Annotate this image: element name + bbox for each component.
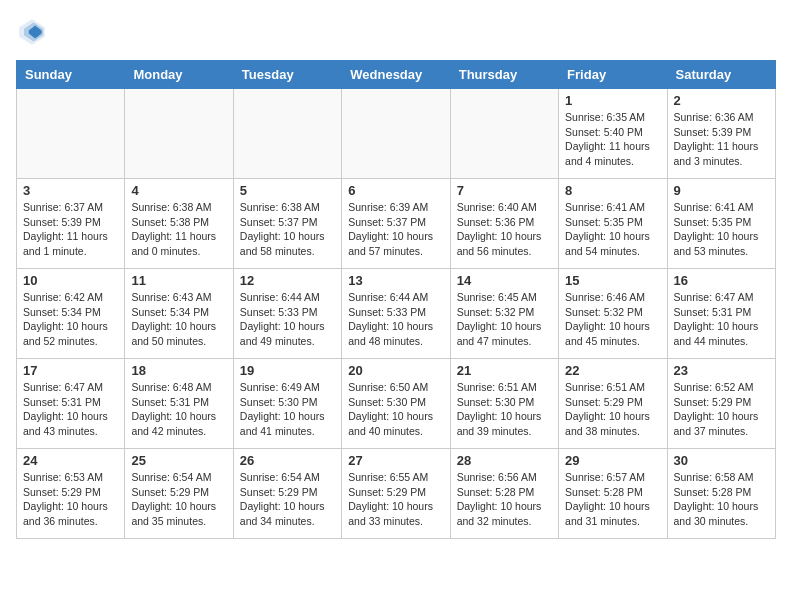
day-info: Sunrise: 6:37 AM Sunset: 5:39 PM Dayligh… (23, 200, 118, 259)
day-info: Sunrise: 6:47 AM Sunset: 5:31 PM Dayligh… (674, 290, 769, 349)
day-info: Sunrise: 6:52 AM Sunset: 5:29 PM Dayligh… (674, 380, 769, 439)
calendar-week-row: 24Sunrise: 6:53 AM Sunset: 5:29 PM Dayli… (17, 449, 776, 539)
calendar-header-friday: Friday (559, 61, 667, 89)
day-number: 10 (23, 273, 118, 288)
day-number: 29 (565, 453, 660, 468)
day-number: 5 (240, 183, 335, 198)
day-info: Sunrise: 6:49 AM Sunset: 5:30 PM Dayligh… (240, 380, 335, 439)
calendar-cell (17, 89, 125, 179)
day-info: Sunrise: 6:51 AM Sunset: 5:29 PM Dayligh… (565, 380, 660, 439)
day-number: 25 (131, 453, 226, 468)
day-number: 15 (565, 273, 660, 288)
day-number: 19 (240, 363, 335, 378)
calendar-cell: 17Sunrise: 6:47 AM Sunset: 5:31 PM Dayli… (17, 359, 125, 449)
calendar-week-row: 3Sunrise: 6:37 AM Sunset: 5:39 PM Daylig… (17, 179, 776, 269)
calendar-header-thursday: Thursday (450, 61, 558, 89)
day-info: Sunrise: 6:47 AM Sunset: 5:31 PM Dayligh… (23, 380, 118, 439)
calendar-cell: 27Sunrise: 6:55 AM Sunset: 5:29 PM Dayli… (342, 449, 450, 539)
calendar-week-row: 10Sunrise: 6:42 AM Sunset: 5:34 PM Dayli… (17, 269, 776, 359)
calendar-cell: 3Sunrise: 6:37 AM Sunset: 5:39 PM Daylig… (17, 179, 125, 269)
day-info: Sunrise: 6:51 AM Sunset: 5:30 PM Dayligh… (457, 380, 552, 439)
calendar-cell: 7Sunrise: 6:40 AM Sunset: 5:36 PM Daylig… (450, 179, 558, 269)
calendar-cell: 4Sunrise: 6:38 AM Sunset: 5:38 PM Daylig… (125, 179, 233, 269)
calendar-week-row: 1Sunrise: 6:35 AM Sunset: 5:40 PM Daylig… (17, 89, 776, 179)
day-number: 24 (23, 453, 118, 468)
day-info: Sunrise: 6:43 AM Sunset: 5:34 PM Dayligh… (131, 290, 226, 349)
day-info: Sunrise: 6:39 AM Sunset: 5:37 PM Dayligh… (348, 200, 443, 259)
calendar-cell: 23Sunrise: 6:52 AM Sunset: 5:29 PM Dayli… (667, 359, 775, 449)
day-number: 6 (348, 183, 443, 198)
calendar-cell: 15Sunrise: 6:46 AM Sunset: 5:32 PM Dayli… (559, 269, 667, 359)
calendar-cell: 21Sunrise: 6:51 AM Sunset: 5:30 PM Dayli… (450, 359, 558, 449)
day-info: Sunrise: 6:41 AM Sunset: 5:35 PM Dayligh… (674, 200, 769, 259)
calendar-cell: 30Sunrise: 6:58 AM Sunset: 5:28 PM Dayli… (667, 449, 775, 539)
day-info: Sunrise: 6:38 AM Sunset: 5:37 PM Dayligh… (240, 200, 335, 259)
day-number: 21 (457, 363, 552, 378)
day-info: Sunrise: 6:55 AM Sunset: 5:29 PM Dayligh… (348, 470, 443, 529)
day-number: 8 (565, 183, 660, 198)
day-info: Sunrise: 6:56 AM Sunset: 5:28 PM Dayligh… (457, 470, 552, 529)
day-info: Sunrise: 6:35 AM Sunset: 5:40 PM Dayligh… (565, 110, 660, 169)
day-number: 7 (457, 183, 552, 198)
calendar-cell: 20Sunrise: 6:50 AM Sunset: 5:30 PM Dayli… (342, 359, 450, 449)
day-info: Sunrise: 6:45 AM Sunset: 5:32 PM Dayligh… (457, 290, 552, 349)
day-info: Sunrise: 6:54 AM Sunset: 5:29 PM Dayligh… (131, 470, 226, 529)
day-number: 9 (674, 183, 769, 198)
day-number: 11 (131, 273, 226, 288)
calendar-cell: 1Sunrise: 6:35 AM Sunset: 5:40 PM Daylig… (559, 89, 667, 179)
page-header (16, 16, 776, 48)
day-number: 30 (674, 453, 769, 468)
calendar-cell: 22Sunrise: 6:51 AM Sunset: 5:29 PM Dayli… (559, 359, 667, 449)
calendar-header-wednesday: Wednesday (342, 61, 450, 89)
day-info: Sunrise: 6:57 AM Sunset: 5:28 PM Dayligh… (565, 470, 660, 529)
calendar-header-row: SundayMondayTuesdayWednesdayThursdayFrid… (17, 61, 776, 89)
day-info: Sunrise: 6:41 AM Sunset: 5:35 PM Dayligh… (565, 200, 660, 259)
calendar-week-row: 17Sunrise: 6:47 AM Sunset: 5:31 PM Dayli… (17, 359, 776, 449)
day-info: Sunrise: 6:38 AM Sunset: 5:38 PM Dayligh… (131, 200, 226, 259)
calendar-header-sunday: Sunday (17, 61, 125, 89)
day-number: 28 (457, 453, 552, 468)
calendar-cell: 5Sunrise: 6:38 AM Sunset: 5:37 PM Daylig… (233, 179, 341, 269)
calendar-cell: 11Sunrise: 6:43 AM Sunset: 5:34 PM Dayli… (125, 269, 233, 359)
day-number: 12 (240, 273, 335, 288)
calendar-table: SundayMondayTuesdayWednesdayThursdayFrid… (16, 60, 776, 539)
day-number: 22 (565, 363, 660, 378)
calendar-header-monday: Monday (125, 61, 233, 89)
day-info: Sunrise: 6:44 AM Sunset: 5:33 PM Dayligh… (348, 290, 443, 349)
calendar-cell (125, 89, 233, 179)
calendar-cell (233, 89, 341, 179)
day-number: 13 (348, 273, 443, 288)
day-number: 2 (674, 93, 769, 108)
logo (16, 16, 52, 48)
calendar-cell: 18Sunrise: 6:48 AM Sunset: 5:31 PM Dayli… (125, 359, 233, 449)
day-info: Sunrise: 6:58 AM Sunset: 5:28 PM Dayligh… (674, 470, 769, 529)
calendar-cell: 9Sunrise: 6:41 AM Sunset: 5:35 PM Daylig… (667, 179, 775, 269)
calendar-cell: 28Sunrise: 6:56 AM Sunset: 5:28 PM Dayli… (450, 449, 558, 539)
calendar-cell: 26Sunrise: 6:54 AM Sunset: 5:29 PM Dayli… (233, 449, 341, 539)
day-info: Sunrise: 6:48 AM Sunset: 5:31 PM Dayligh… (131, 380, 226, 439)
day-number: 20 (348, 363, 443, 378)
calendar-header-tuesday: Tuesday (233, 61, 341, 89)
logo-icon (16, 16, 48, 48)
day-info: Sunrise: 6:40 AM Sunset: 5:36 PM Dayligh… (457, 200, 552, 259)
day-info: Sunrise: 6:42 AM Sunset: 5:34 PM Dayligh… (23, 290, 118, 349)
day-number: 17 (23, 363, 118, 378)
calendar-cell: 14Sunrise: 6:45 AM Sunset: 5:32 PM Dayli… (450, 269, 558, 359)
day-info: Sunrise: 6:36 AM Sunset: 5:39 PM Dayligh… (674, 110, 769, 169)
day-number: 1 (565, 93, 660, 108)
day-info: Sunrise: 6:46 AM Sunset: 5:32 PM Dayligh… (565, 290, 660, 349)
calendar-cell: 19Sunrise: 6:49 AM Sunset: 5:30 PM Dayli… (233, 359, 341, 449)
day-info: Sunrise: 6:44 AM Sunset: 5:33 PM Dayligh… (240, 290, 335, 349)
day-number: 14 (457, 273, 552, 288)
day-info: Sunrise: 6:53 AM Sunset: 5:29 PM Dayligh… (23, 470, 118, 529)
calendar-cell: 16Sunrise: 6:47 AM Sunset: 5:31 PM Dayli… (667, 269, 775, 359)
calendar-cell: 25Sunrise: 6:54 AM Sunset: 5:29 PM Dayli… (125, 449, 233, 539)
calendar-cell: 12Sunrise: 6:44 AM Sunset: 5:33 PM Dayli… (233, 269, 341, 359)
day-number: 26 (240, 453, 335, 468)
day-number: 18 (131, 363, 226, 378)
calendar-cell: 29Sunrise: 6:57 AM Sunset: 5:28 PM Dayli… (559, 449, 667, 539)
day-number: 4 (131, 183, 226, 198)
day-number: 16 (674, 273, 769, 288)
calendar-cell: 10Sunrise: 6:42 AM Sunset: 5:34 PM Dayli… (17, 269, 125, 359)
calendar-cell (450, 89, 558, 179)
